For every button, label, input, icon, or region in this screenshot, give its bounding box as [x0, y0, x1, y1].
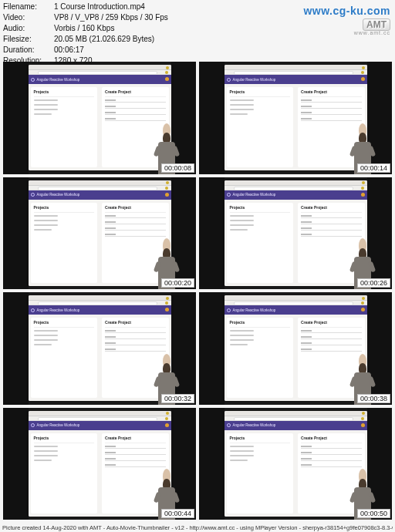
letterbox-left: [199, 292, 225, 405]
app-content: Projects Create Project: [225, 84, 367, 170]
app-content: Projects Create Project: [29, 315, 171, 401]
thumbnail[interactable]: Angular Reactive Workshop Projects Creat…: [3, 177, 196, 290]
app-logo-icon: [227, 78, 231, 82]
video-label: Video:: [3, 12, 54, 23]
projects-heading: Projects: [34, 205, 95, 210]
filename-value: 1 Course Introduction.mp4: [54, 2, 145, 12]
audio-label: Audio:: [3, 23, 54, 34]
browser-window: Angular Reactive Workshop Projects Creat…: [225, 411, 367, 517]
app-logo-icon: [31, 78, 35, 82]
app-header: Angular Reactive Workshop: [225, 75, 367, 84]
projects-heading: Projects: [230, 320, 291, 325]
thumbnail[interactable]: Angular Reactive Workshop Projects Creat…: [199, 177, 392, 290]
create-project-heading: Create Project: [301, 205, 362, 210]
app-content: Projects Create Project: [225, 200, 367, 286]
app-title: Angular Reactive Workshop: [233, 78, 276, 82]
browser-tab-bar: [225, 295, 367, 301]
app-header: Angular Reactive Workshop: [225, 305, 367, 315]
thumbnail[interactable]: Angular Reactive Workshop Projects Creat…: [3, 292, 196, 405]
timestamp-badge: 00:00:08: [161, 163, 194, 173]
watermark: www.cg-ku.com AMT www.amt.cc: [303, 5, 390, 35]
thumbnail[interactable]: Angular Reactive Workshop Projects Creat…: [3, 62, 196, 174]
thumbnail[interactable]: Angular Reactive Workshop Projects Creat…: [199, 408, 392, 520]
timestamp-badge: 00:00:20: [161, 278, 194, 288]
projects-panel: Projects: [31, 433, 98, 513]
header-avatar-icon: [361, 77, 365, 81]
watermark-url: www.cg-ku.com: [303, 5, 390, 17]
header-avatar-icon: [361, 308, 365, 311]
timestamp-badge: 00:00:32: [161, 394, 194, 403]
letterbox-left: [199, 177, 225, 290]
app-title: Angular Reactive Workshop: [37, 308, 80, 312]
header-avatar-icon: [361, 423, 365, 427]
browser-tab-bar: [29, 180, 171, 186]
browser-tab-bar: [225, 180, 367, 186]
video-value: VP8 / V_VP8 / 259 Kbps / 30 Fps: [54, 12, 168, 23]
create-project-heading: Create Project: [301, 320, 362, 325]
projects-panel: Projects: [227, 203, 294, 283]
app-title: Angular Reactive Workshop: [37, 423, 80, 427]
app-header: Angular Reactive Workshop: [29, 190, 171, 200]
browser-window: Angular Reactive Workshop Projects Creat…: [225, 65, 367, 170]
projects-panel: Projects: [31, 318, 98, 398]
app-header: Angular Reactive Workshop: [29, 75, 171, 84]
timestamp-badge: 00:00:38: [357, 394, 390, 403]
letterbox-left: [199, 408, 225, 520]
header-avatar-icon: [165, 423, 169, 427]
app-logo-icon: [31, 423, 35, 427]
thumbnail-grid: Angular Reactive Workshop Projects Creat…: [3, 62, 392, 520]
create-project-heading: Create Project: [105, 89, 166, 94]
watermark-logo: AMT: [363, 19, 390, 31]
app-title: Angular Reactive Workshop: [233, 308, 276, 312]
create-project-heading: Create Project: [105, 436, 166, 440]
header-avatar-icon: [165, 308, 169, 311]
duration-label: Duration:: [3, 45, 54, 56]
letterbox-left: [3, 62, 29, 174]
duration-value: 00:06:17: [54, 45, 84, 56]
projects-heading: Projects: [34, 436, 95, 440]
app-content: Projects Create Project: [225, 430, 367, 517]
app-title: Angular Reactive Workshop: [233, 193, 276, 197]
app-header: Angular Reactive Workshop: [225, 190, 367, 200]
browser-window: Angular Reactive Workshop Projects Creat…: [225, 180, 367, 286]
app-logo-icon: [227, 193, 231, 197]
projects-panel: Projects: [227, 318, 294, 398]
timestamp-badge: 00:00:44: [161, 509, 194, 518]
audio-value: Vorbis / 160 Kbps: [54, 23, 114, 34]
thumbnail[interactable]: Angular Reactive Workshop Projects Creat…: [3, 408, 196, 520]
app-title: Angular Reactive Workshop: [37, 78, 80, 82]
watermark-logo-sub: www.amt.cc: [303, 30, 390, 35]
create-project-heading: Create Project: [105, 205, 166, 210]
projects-panel: Projects: [31, 203, 98, 283]
browser-tab-bar: [29, 411, 171, 416]
browser-tab-bar: [225, 411, 367, 416]
app-header: Angular Reactive Workshop: [29, 421, 171, 430]
create-project-heading: Create Project: [105, 320, 166, 325]
app-content: Projects Create Project: [29, 84, 171, 170]
header-avatar-icon: [165, 77, 169, 81]
letterbox-left: [3, 408, 29, 520]
projects-heading: Projects: [230, 89, 291, 94]
app-title: Angular Reactive Workshop: [37, 193, 80, 197]
app-logo-icon: [31, 308, 35, 312]
app-content: Projects Create Project: [29, 200, 171, 286]
app-title: Angular Reactive Workshop: [233, 423, 276, 427]
app-logo-icon: [31, 193, 35, 197]
resolution-value: 1280 x 720: [54, 56, 93, 66]
resolution-label: Resolution:: [3, 56, 54, 66]
app-logo-icon: [227, 308, 231, 312]
browser-window: Angular Reactive Workshop Projects Creat…: [29, 180, 171, 286]
create-project-heading: Create Project: [301, 89, 362, 94]
projects-panel: Projects: [227, 87, 294, 167]
projects-panel: Projects: [31, 87, 98, 167]
app-content: Projects Create Project: [29, 430, 171, 517]
filename-label: Filename:: [3, 2, 54, 12]
browser-tab-bar: [29, 295, 171, 301]
filesize-label: Filesize:: [3, 34, 54, 45]
thumbnail[interactable]: Angular Reactive Workshop Projects Creat…: [199, 62, 392, 174]
thumbnail[interactable]: Angular Reactive Workshop Projects Creat…: [199, 292, 392, 405]
app-logo-icon: [227, 423, 231, 427]
footer-credits: Picture created 14-Aug-2020 with AMT - A…: [2, 524, 393, 531]
app-header: Angular Reactive Workshop: [29, 305, 171, 315]
browser-tab-bar: [225, 65, 367, 70]
